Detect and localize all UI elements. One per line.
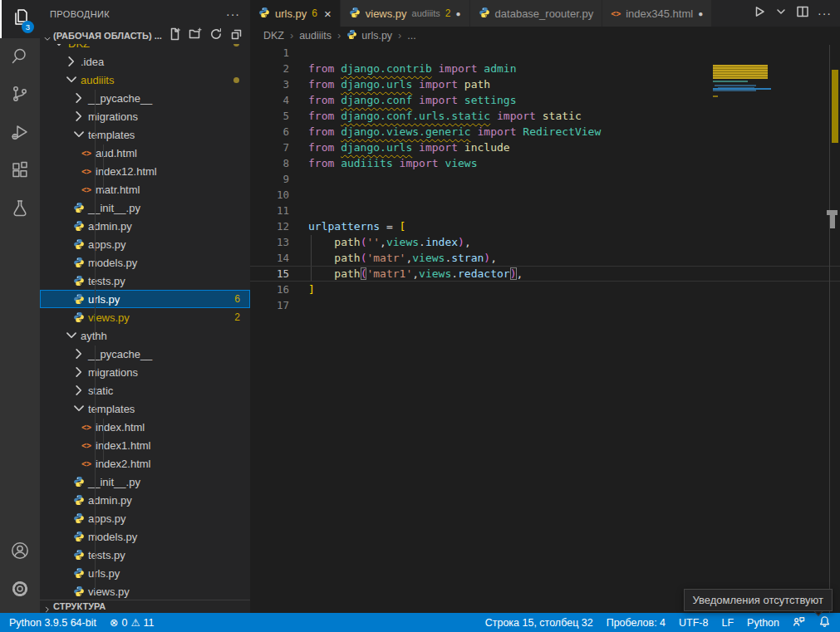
status-label: Python 3.9.5 64-bit [9,617,96,629]
tree-item-aythh[interactable]: aythh [40,326,250,345]
tree-item-admin.py[interactable]: admin.py [40,217,250,235]
status-bell[interactable] [813,615,837,630]
breadcrumb-item-audiiits[interactable]: audiiits [299,30,332,42]
tree-item-models.py[interactable]: models.py [40,527,250,546]
status-indentation[interactable]: Пробелов: 4 [601,617,671,629]
tree-item-models.py[interactable]: models.py [40,253,250,272]
status-eol[interactable]: LF [715,617,739,629]
editor-scrollbar[interactable] [829,45,840,613]
line-number: 17 [250,297,289,313]
line-number: 2 [250,61,289,76]
code-line-8[interactable]: 8from audiiits import views [250,155,840,171]
dirty-indicator-dot: ● [698,9,703,18]
tree-item-DKZ[interactable]: DKZ [40,44,250,52]
tree-item-migrations[interactable]: migrations [40,363,250,381]
tree-item-index.html[interactable]: <>index.html [40,418,250,436]
tree-item-static[interactable]: static [40,381,250,399]
tree-item-urls.py[interactable]: urls.py6 [40,290,250,308]
notifications-tooltip: Уведомления отсутствуют [684,589,833,611]
refresh-button[interactable] [209,27,223,44]
tree-item-matr.html[interactable]: <>matr.html [40,180,250,198]
tree-item-index2.html[interactable]: <>index2.html [40,454,250,473]
code-line-12[interactable]: 12urlpatterns = [ [250,218,840,234]
activity-item-run-debug[interactable] [0,115,40,153]
line-number: 11 [250,203,289,218]
tree-item-index1.html[interactable]: <>index1.html [40,436,250,454]
code-line-17[interactable]: 17 [250,297,840,313]
tab-index345.html[interactable]: <>index345.html● [602,0,712,27]
activity-item-extensions[interactable] [0,153,40,191]
tree-item-aud.html[interactable]: <>aud.html [40,144,250,162]
tree-item-migrations[interactable]: migrations [40,107,250,125]
activity-item-testing[interactable] [0,191,40,229]
tree-item-.idea[interactable]: .idea [40,52,250,71]
code-line-15[interactable]: 15 path('matr1',views.redactor), [250,266,840,282]
tree-item-audiiits[interactable]: audiiits [40,71,250,89]
status-language-mode[interactable]: Python [741,617,785,629]
tree-item-views.py[interactable]: views.py [40,582,250,600]
run-button[interactable] [753,5,766,22]
tree-item-index12.html[interactable]: <>index12.html [40,162,250,180]
tree-item-apps.py[interactable]: apps.py [40,235,250,253]
code-line-9[interactable]: 9 [250,171,840,187]
status-label: Строка 15, столбец 32 [485,617,593,629]
tree-item-templates[interactable]: templates [40,399,250,418]
tree-item-tests.py[interactable]: tests.py [40,272,250,290]
activity-item-search[interactable] [0,38,40,76]
more-actions-button[interactable]: ··· [818,7,832,20]
html-file-icon: <> [611,9,621,18]
close-icon[interactable]: × [324,7,332,21]
tree-indent-guide [103,419,104,464]
code-token: admin [484,62,516,75]
breadcrumb-item-...[interactable]: ... [407,30,415,42]
tree-item-admin.py[interactable]: admin.py [40,491,250,509]
new-file-button[interactable] [168,27,181,44]
code-line-1[interactable]: 1 [250,45,840,61]
tree-item-label: __init__.py [88,476,140,488]
code-line-11[interactable]: 11 [250,203,840,218]
status-encoding[interactable]: UTF-8 [673,617,714,629]
tree-item-apps.py[interactable]: apps.py [40,509,250,527]
run-dropdown-button[interactable] [774,5,788,22]
tree-item-__pycache__[interactable]: __pycache__ [40,345,250,363]
line-number: 3 [250,76,289,92]
tree-item-__pycache__[interactable]: __pycache__ [40,89,250,107]
status-problems[interactable]: ⊗0⚠11 [104,616,160,629]
tree-item-views.py[interactable]: views.py2 [40,308,250,326]
python-file-icon [71,238,86,251]
code-line-7[interactable]: 7from django.urls import include [250,140,840,155]
activity-item-settings[interactable] [0,571,40,610]
workspace-section-header[interactable]: (РАБОЧАЯ ОБЛАСТЬ) ... [40,27,250,44]
code-editor[interactable]: 12from django.contrib import admin3from … [250,45,840,613]
tab-views.py[interactable]: views.pyaudiiits2● [341,0,470,27]
code-line-14[interactable]: 14 path('matr',views.stran), [250,250,840,266]
minimap[interactable] [713,64,771,139]
status-cursor-position[interactable]: Строка 15, столбец 32 [479,617,599,629]
tree-item-__init__.py[interactable]: __init__.py [40,198,250,217]
collapse-all-button[interactable] [230,27,243,44]
code-token: import [439,62,484,75]
code-line-13[interactable]: 13 path('',views.index), [250,234,840,250]
tree-item-urls.py[interactable]: urls.py [40,564,250,582]
split-editor-button[interactable] [796,5,809,22]
tree-item-__init__.py[interactable]: __init__.py [40,473,250,491]
status-feedback[interactable] [787,615,811,630]
code-token: ] [308,283,315,296]
breadcrumb-item-urls.py[interactable]: urls.py [346,29,392,42]
activity-item-account[interactable] [0,533,40,571]
status-python-interpreter[interactable]: Python 3.9.5 64-bit [3,617,102,629]
outline-section-header[interactable]: СТРУКТУРА [40,600,250,612]
code-token: ) [458,236,464,248]
activity-item-explorer[interactable]: 3 [0,0,40,38]
breadcrumb-item-DKZ[interactable]: DKZ [263,30,284,42]
code-line-16[interactable]: 16] [250,282,840,297]
tree-item-tests.py[interactable]: tests.py [40,546,250,564]
code-line-10[interactable]: 10 [250,187,840,203]
tree-item-templates[interactable]: templates [40,125,250,144]
tab-urls.py[interactable]: urls.py6× [250,0,341,27]
activity-item-source-control[interactable] [0,76,40,115]
tab-database_roouter.py[interactable]: database_roouter.py [470,0,603,27]
sidebar-more-actions-button[interactable]: ··· [226,7,240,21]
code-token [471,125,478,138]
new-folder-button[interactable] [189,27,202,44]
